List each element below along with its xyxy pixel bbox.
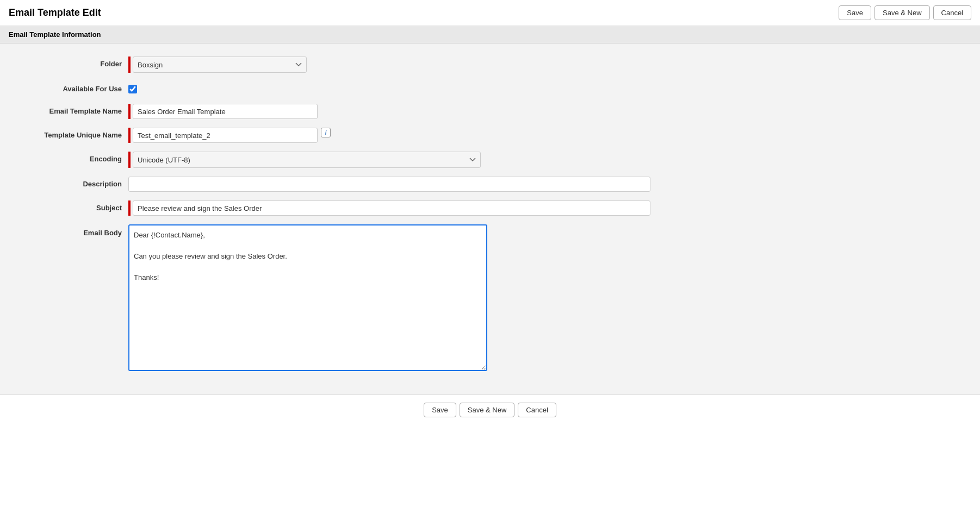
available-for-use-checkbox[interactable] xyxy=(128,85,137,93)
template-unique-name-required xyxy=(128,128,131,143)
available-for-use-control xyxy=(128,82,650,95)
available-for-use-row: Available For Use xyxy=(0,82,980,95)
template-unique-name-input[interactable]: Test_email_template_2 xyxy=(133,128,318,143)
section-header: Email Template Information xyxy=(0,26,980,43)
description-row: Description xyxy=(0,177,980,192)
subject-label: Subject xyxy=(9,200,128,212)
folder-select[interactable]: Boxsign My Templates Shared Templates xyxy=(133,57,307,73)
save-new-button-top[interactable]: Save & New xyxy=(874,5,930,20)
subject-input-wrapper: Please review and sign the Sales Order xyxy=(128,200,650,216)
email-template-name-required xyxy=(128,104,131,119)
folder-row: Folder Boxsign My Templates Shared Templ… xyxy=(0,57,980,73)
encoding-control: Unicode (UTF-8) ISO-8859-1 (General US &… xyxy=(128,152,650,168)
subject-required xyxy=(128,200,131,216)
email-body-textarea[interactable]: Dear {!Contact.Name}, Can you please rev… xyxy=(128,224,487,371)
page-footer: Save Save & New Cancel xyxy=(0,394,980,425)
encoding-row: Encoding Unicode (UTF-8) ISO-8859-1 (Gen… xyxy=(0,152,980,168)
description-input[interactable] xyxy=(128,177,650,192)
save-button-top[interactable]: Save xyxy=(839,5,871,20)
save-button-bottom[interactable]: Save xyxy=(424,403,456,417)
encoding-required xyxy=(128,152,131,168)
form-body: Folder Boxsign My Templates Shared Templ… xyxy=(0,43,980,394)
description-label: Description xyxy=(9,177,128,188)
page-header: Email Template Edit Save Save & New Canc… xyxy=(0,0,980,26)
encoding-input-wrapper: Unicode (UTF-8) ISO-8859-1 (General US &… xyxy=(128,152,650,168)
subject-input[interactable]: Please review and sign the Sales Order xyxy=(133,200,650,216)
encoding-label: Encoding xyxy=(9,152,128,163)
email-template-name-input-wrapper: Sales Order Email Template xyxy=(128,104,650,119)
folder-input-wrapper: Boxsign My Templates Shared Templates xyxy=(128,57,650,73)
available-for-use-label: Available For Use xyxy=(9,82,128,93)
template-unique-name-label: Template Unique Name xyxy=(9,128,128,139)
email-template-name-row: Email Template Name Sales Order Email Te… xyxy=(0,104,980,119)
cancel-button-top[interactable]: Cancel xyxy=(933,5,971,20)
template-unique-name-control: Test_email_template_2 i xyxy=(128,128,650,143)
folder-label: Folder xyxy=(9,57,128,68)
email-template-name-control: Sales Order Email Template xyxy=(128,104,650,119)
page-title: Email Template Edit xyxy=(9,7,101,18)
description-control xyxy=(128,177,650,192)
email-body-label: Email Body xyxy=(9,224,128,237)
email-template-name-label: Email Template Name xyxy=(9,104,128,115)
email-body-row: Email Body Dear {!Contact.Name}, Can you… xyxy=(0,224,980,373)
template-unique-name-row: Template Unique Name Test_email_template… xyxy=(0,128,980,143)
template-unique-name-input-wrapper: Test_email_template_2 i xyxy=(128,128,650,143)
header-buttons: Save Save & New Cancel xyxy=(839,5,971,20)
folder-required-indicator xyxy=(128,57,131,73)
subject-row: Subject Please review and sign the Sales… xyxy=(0,200,980,216)
cancel-button-bottom[interactable]: Cancel xyxy=(518,403,556,417)
folder-control: Boxsign My Templates Shared Templates xyxy=(128,57,650,73)
subject-control: Please review and sign the Sales Order xyxy=(128,200,650,216)
template-unique-name-info-icon[interactable]: i xyxy=(321,128,331,137)
email-template-name-input[interactable]: Sales Order Email Template xyxy=(133,104,318,119)
save-new-button-bottom[interactable]: Save & New xyxy=(460,403,515,417)
section-title: Email Template Information xyxy=(9,30,101,39)
encoding-select[interactable]: Unicode (UTF-8) ISO-8859-1 (General US &… xyxy=(133,152,481,168)
email-body-control: Dear {!Contact.Name}, Can you please rev… xyxy=(128,224,650,373)
